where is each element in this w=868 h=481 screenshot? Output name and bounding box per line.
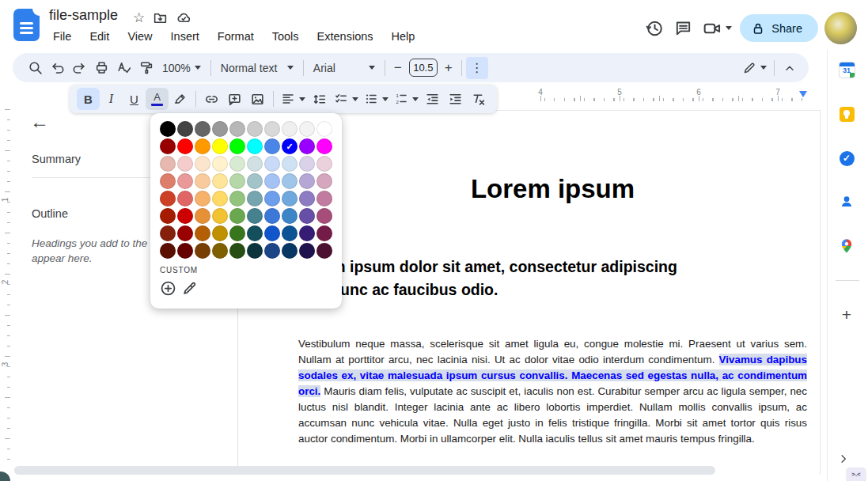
color-swatch[interactable] bbox=[212, 243, 228, 259]
doc-heading[interactable]: Lorem ipsum bbox=[298, 174, 807, 204]
color-swatch[interactable] bbox=[160, 208, 176, 224]
paint-format-icon[interactable] bbox=[135, 57, 157, 79]
menu-view[interactable]: View bbox=[123, 28, 156, 44]
color-swatch[interactable] bbox=[299, 243, 315, 259]
color-swatch[interactable] bbox=[160, 225, 176, 241]
color-swatch[interactable] bbox=[247, 225, 263, 241]
color-swatch[interactable] bbox=[160, 156, 176, 172]
color-swatch[interactable] bbox=[229, 156, 245, 172]
color-swatch[interactable] bbox=[212, 156, 228, 172]
doc-subtitle[interactable]: Lorem ipsum dolor sit amet, consectetur … bbox=[298, 256, 817, 301]
line-spacing-button[interactable] bbox=[308, 88, 331, 110]
color-swatch[interactable] bbox=[247, 243, 263, 259]
color-swatch[interactable] bbox=[177, 191, 193, 206]
google-maps-icon[interactable] bbox=[838, 237, 855, 255]
google-calendar-icon[interactable]: 31 bbox=[838, 61, 855, 78]
color-swatch[interactable] bbox=[264, 156, 280, 172]
color-swatch[interactable] bbox=[229, 243, 245, 259]
color-swatch[interactable] bbox=[195, 121, 210, 137]
increase-indent-button[interactable] bbox=[444, 88, 467, 110]
underline-button[interactable]: U bbox=[123, 88, 146, 110]
eyedropper-icon[interactable] bbox=[181, 280, 198, 297]
color-swatch[interactable] bbox=[195, 156, 210, 172]
add-comment-button[interactable] bbox=[223, 88, 246, 110]
color-swatch[interactable] bbox=[282, 225, 298, 241]
google-docs-logo-icon[interactable] bbox=[13, 9, 40, 41]
color-swatch[interactable] bbox=[195, 173, 210, 189]
color-swatch[interactable] bbox=[264, 191, 280, 206]
color-swatch[interactable] bbox=[212, 191, 228, 206]
clear-formatting-button[interactable] bbox=[467, 88, 490, 110]
color-swatch[interactable] bbox=[282, 191, 298, 206]
color-swatch[interactable] bbox=[177, 173, 193, 189]
color-swatch[interactable] bbox=[229, 191, 245, 206]
print-icon[interactable] bbox=[90, 57, 112, 79]
color-swatch[interactable] bbox=[264, 208, 280, 224]
color-swatch[interactable] bbox=[316, 208, 332, 224]
google-keep-icon[interactable] bbox=[838, 105, 855, 123]
color-swatch[interactable] bbox=[264, 138, 280, 154]
color-swatch[interactable] bbox=[282, 208, 298, 224]
color-swatch[interactable] bbox=[316, 243, 332, 259]
checklist-button[interactable] bbox=[331, 88, 361, 110]
color-swatch[interactable] bbox=[177, 138, 193, 154]
color-swatch[interactable] bbox=[195, 208, 210, 224]
horizontal-scrollbar[interactable] bbox=[14, 466, 715, 475]
color-swatch[interactable] bbox=[299, 156, 315, 172]
increase-font-size-button[interactable]: + bbox=[440, 60, 457, 76]
redo-icon[interactable] bbox=[68, 57, 90, 79]
color-swatch[interactable] bbox=[316, 225, 332, 241]
color-swatch[interactable] bbox=[247, 156, 263, 172]
undo-icon[interactable] bbox=[46, 57, 68, 79]
color-swatch[interactable] bbox=[299, 121, 315, 137]
font-size-input[interactable]: 10.5 bbox=[409, 59, 438, 77]
color-swatch[interactable] bbox=[177, 156, 193, 172]
color-swatch[interactable] bbox=[282, 156, 298, 172]
menu-file[interactable]: File bbox=[49, 28, 75, 44]
color-swatch[interactable] bbox=[247, 173, 263, 189]
color-swatch[interactable] bbox=[316, 191, 332, 206]
color-swatch[interactable] bbox=[212, 208, 228, 224]
italic-button[interactable]: I bbox=[100, 88, 123, 110]
color-swatch[interactable] bbox=[160, 173, 176, 189]
paragraph-style-select[interactable]: Normal text bbox=[215, 58, 299, 78]
numbered-list-button[interactable]: 12 bbox=[391, 88, 421, 110]
color-swatch[interactable] bbox=[316, 121, 332, 137]
color-swatch[interactable] bbox=[264, 121, 280, 137]
text-color-button[interactable]: A bbox=[146, 88, 169, 110]
right-indent-marker[interactable] bbox=[799, 91, 807, 97]
color-swatch[interactable] bbox=[282, 243, 298, 259]
comments-icon[interactable] bbox=[672, 17, 694, 40]
add-custom-color-button[interactable] bbox=[160, 280, 176, 297]
insert-image-button[interactable] bbox=[246, 88, 269, 110]
document-title[interactable]: file-sample bbox=[49, 7, 118, 24]
color-swatch[interactable] bbox=[282, 121, 298, 137]
menu-format[interactable]: Format bbox=[214, 28, 258, 44]
color-swatch[interactable] bbox=[247, 191, 263, 206]
share-button[interactable]: Share bbox=[740, 14, 818, 42]
font-select[interactable]: Arial bbox=[308, 58, 381, 78]
menu-help[interactable]: Help bbox=[388, 28, 419, 44]
color-swatch[interactable] bbox=[195, 138, 210, 154]
color-swatch[interactable] bbox=[229, 225, 245, 241]
get-add-ons-button[interactable]: + bbox=[837, 305, 856, 324]
bold-button[interactable]: B bbox=[77, 88, 100, 110]
color-swatch[interactable] bbox=[282, 173, 298, 189]
decrease-font-size-button[interactable]: − bbox=[389, 60, 407, 76]
hide-menus-button[interactable] bbox=[779, 57, 801, 79]
close-outline-panel-button[interactable]: ← bbox=[30, 111, 49, 133]
color-swatch[interactable] bbox=[229, 173, 245, 189]
video-call-icon[interactable] bbox=[700, 17, 733, 40]
cloud-saved-icon[interactable] bbox=[176, 10, 191, 25]
color-swatch[interactable] bbox=[264, 243, 280, 259]
color-swatch[interactable] bbox=[177, 121, 193, 137]
color-swatch[interactable] bbox=[299, 173, 315, 189]
color-swatch[interactable] bbox=[212, 121, 228, 137]
expand-side-panel-button[interactable] bbox=[834, 449, 853, 468]
decrease-indent-button[interactable] bbox=[421, 88, 444, 110]
menu-extensions[interactable]: Extensions bbox=[313, 28, 377, 44]
move-to-folder-icon[interactable] bbox=[153, 10, 168, 25]
color-swatch[interactable] bbox=[229, 121, 245, 137]
doc-body-paragraph[interactable]: Vestibulum neque massa, scelerisque sit … bbox=[298, 336, 807, 447]
star-icon[interactable]: ☆ bbox=[133, 9, 145, 26]
